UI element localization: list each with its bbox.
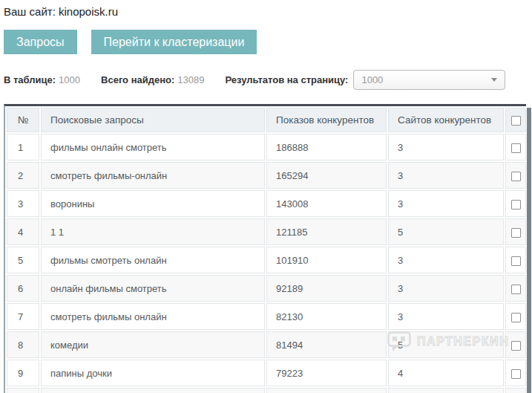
stat-total-found-label: Всего найдено: [101, 74, 174, 85]
row-checkbox[interactable] [511, 369, 521, 379]
row-checkbox[interactable] [511, 228, 521, 238]
row-checkbox[interactable] [511, 172, 521, 181]
row-number: 1 [7, 134, 39, 160]
row-checkbox-cell [505, 247, 526, 273]
per-page-label: Результатов на страницу: [226, 74, 349, 85]
row-checkbox[interactable] [511, 256, 521, 266]
query-cell: комедии [41, 331, 265, 358]
row-checkbox-cell [505, 134, 526, 160]
select-all-checkbox[interactable] [511, 116, 521, 126]
query-cell: 1 1 [41, 218, 265, 245]
impressions-cell: 143008 [266, 190, 387, 217]
stat-in-table-label: В таблице: [4, 74, 56, 85]
table-row: 3 воронины 143008 3 [7, 190, 526, 217]
sites-cell: 3 [388, 162, 504, 189]
row-number [7, 388, 39, 393]
table-row: 4 1 1 121185 5 [7, 218, 526, 245]
impressions-cell: 92189 [266, 275, 387, 302]
impressions-cell [266, 388, 387, 393]
query-cell: фильмы онлайн смотреть [41, 134, 265, 160]
query-cell: фильмы смотреть онлайн [41, 247, 265, 273]
header-impressions: Показов конкурентов [266, 108, 387, 132]
row-checkbox-cell [505, 360, 526, 386]
page: Ваш сайт: kinopoisk.ru Запросы Перейти к… [0, 0, 532, 393]
table-scrollbar[interactable] [527, 108, 531, 393]
sites-cell: 3 [388, 275, 504, 302]
header-query: Поисковые запросы [41, 108, 265, 132]
queries-button[interactable]: Запросы [4, 30, 77, 54]
table-row: 1 фильмы онлайн смотреть 186888 3 [7, 134, 526, 160]
row-checkbox[interactable] [511, 200, 521, 210]
row-number: 2 [7, 162, 39, 189]
row-number: 4 [7, 218, 39, 245]
table-row: 2 смотреть фильмы-онлайн 165294 3 [7, 162, 526, 189]
impressions-cell: 101910 [266, 247, 387, 273]
impressions-cell: 165294 [266, 162, 387, 189]
sites-cell: 3 [388, 247, 504, 273]
row-number: 7 [7, 303, 39, 330]
sites-cell: 3 [388, 190, 504, 217]
table-row: 7 смотреть фильмы онлайн 82130 3 [7, 303, 526, 330]
row-checkbox-cell [505, 275, 526, 302]
query-cell [41, 388, 265, 393]
per-page-select[interactable]: 1000 [353, 70, 505, 90]
queries-table: № Поисковые запросы Показов конкурентов … [4, 104, 526, 393]
table-row: 6 онлайн фильмы смотреть 92189 3 [7, 275, 526, 302]
query-cell: смотреть фильмы-онлайн [41, 162, 265, 189]
impressions-cell: 186888 [266, 134, 387, 160]
table-header-row: № Поисковые запросы Показов конкурентов … [7, 108, 526, 132]
row-checkbox[interactable] [511, 341, 521, 351]
query-cell: онлайн фильмы смотреть [41, 275, 265, 302]
impressions-cell: 82130 [266, 303, 387, 330]
per-page-selected-value: 1000 [361, 74, 383, 85]
row-checkbox[interactable] [511, 285, 521, 294]
row-checkbox-cell [505, 303, 526, 330]
row-checkbox-cell [505, 162, 526, 189]
query-cell: воронины [41, 190, 265, 217]
query-cell: смотреть фильмы онлайн [41, 303, 265, 330]
table-row: 8 комедии 81494 5 [7, 331, 526, 358]
header-checkbox-cell [505, 108, 526, 132]
stat-in-table: В таблице:1000 [4, 74, 80, 85]
sites-cell: 4 [388, 360, 504, 386]
header-sites: Сайтов конкурентов [388, 108, 504, 132]
table-row: 9 папины дочки 79223 4 [7, 360, 526, 386]
header-num: № [7, 108, 39, 132]
row-checkbox-cell [505, 190, 526, 217]
stat-in-table-value: 1000 [59, 74, 80, 85]
table-body: 1 фильмы онлайн смотреть 186888 3 2 смот… [7, 134, 526, 393]
impressions-cell: 79223 [266, 360, 387, 386]
row-number: 3 [7, 190, 39, 217]
row-checkbox[interactable] [511, 313, 521, 322]
sites-cell: 3 [388, 134, 504, 160]
button-row: Запросы Перейти к кластеризации [4, 30, 532, 54]
stats-row: В таблице:1000 Всего найдено:13089 Резул… [4, 70, 532, 90]
row-checkbox-cell [505, 218, 526, 245]
impressions-cell: 81494 [266, 331, 387, 358]
row-number: 6 [7, 275, 39, 302]
site-title: Ваш сайт: kinopoisk.ru [0, 0, 532, 18]
row-checkbox-cell [505, 331, 526, 358]
sites-cell: 5 [388, 331, 504, 358]
stat-total-found: Всего найдено:13089 [101, 74, 204, 85]
row-checkbox[interactable] [511, 143, 521, 153]
table-row [7, 388, 526, 393]
sites-cell: 3 [388, 303, 504, 330]
impressions-cell: 121185 [266, 218, 387, 245]
row-checkbox-cell [505, 388, 526, 393]
row-number: 8 [7, 331, 39, 358]
table-row: 5 фильмы смотреть онлайн 101910 3 [7, 247, 526, 273]
row-number: 9 [7, 360, 39, 386]
stat-total-found-value: 13089 [177, 74, 204, 85]
query-cell: папины дочки [41, 360, 265, 386]
row-number: 5 [7, 247, 39, 273]
clusterize-button[interactable]: Перейти к кластеризации [91, 30, 257, 54]
chevron-down-icon [491, 78, 497, 82]
sites-cell: 5 [388, 218, 504, 245]
sites-cell [388, 388, 504, 393]
